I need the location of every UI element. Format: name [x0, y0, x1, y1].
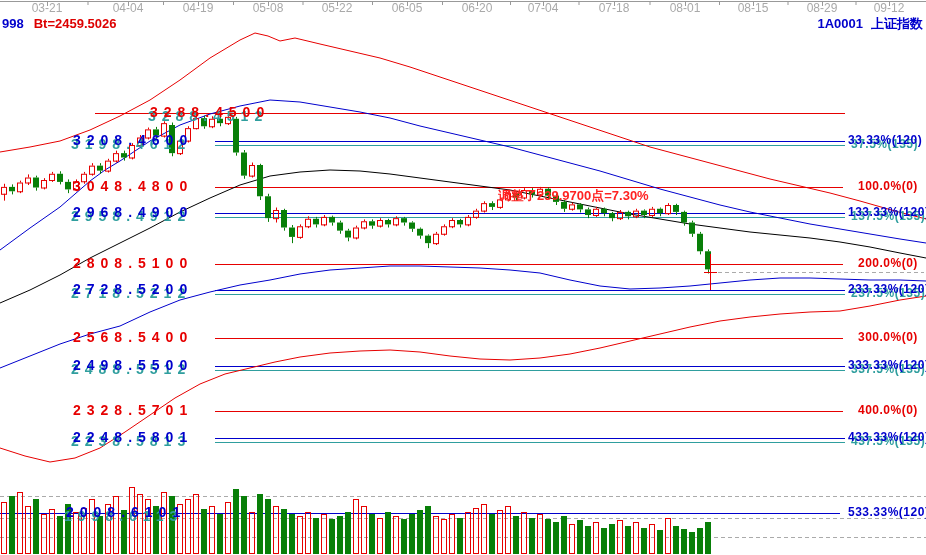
- percent-level-label: 433.33%(120): [848, 431, 926, 443]
- percent-level-label: 100.0%(0): [858, 180, 918, 192]
- date-label: 08-01: [670, 2, 701, 14]
- price-level-label: 2568.5400: [73, 330, 193, 344]
- date-label: 04-04: [113, 2, 144, 14]
- symbol-code: 1A0001: [817, 16, 863, 31]
- date-label: 06-20: [462, 2, 493, 14]
- date-label: 07-18: [599, 2, 630, 14]
- price-level-label: 2808.5100: [73, 256, 193, 270]
- price-level-label: 3288.4500: [150, 105, 270, 119]
- indicator-value: Bt=2459.5026: [34, 16, 117, 31]
- price-level-label: 2248.5801: [73, 430, 193, 444]
- percent-level-label: 200.0%(0): [858, 257, 918, 269]
- price-level-label: 3208.4600: [73, 133, 193, 147]
- percent-level-label: 533.33%(120): [848, 506, 926, 518]
- price-level-label: 2728.5200: [73, 282, 193, 296]
- price-level-label: 3048.4800: [73, 179, 193, 193]
- price-level-label: 2498.5500: [73, 358, 193, 372]
- date-label: 03-21: [32, 2, 63, 14]
- date-label: 05-22: [322, 2, 353, 14]
- symbol-name: 上证指数: [871, 16, 923, 31]
- percent-level-label: 300.0%(0): [858, 331, 918, 343]
- indicator-readout: 998Bt=2459.5026: [2, 16, 116, 31]
- percent-level-label: 233.33%(120): [848, 283, 926, 295]
- date-label: 06-05: [392, 2, 423, 14]
- date-label: 05-08: [253, 2, 284, 14]
- percent-level-label: 133.33%(120): [848, 206, 926, 218]
- stock-chart-app: 998Bt=2459.5026 1A0001上证指数 调整了239.9700点=…: [0, 0, 926, 555]
- date-label: 08-29: [807, 2, 838, 14]
- percent-level-label: 400.0%(0): [858, 404, 918, 416]
- date-label: 09-12: [874, 2, 905, 14]
- candlestick-chart-canvas[interactable]: [0, 0, 926, 555]
- date-label: 04-19: [183, 2, 214, 14]
- symbol-title: 1A0001上证指数: [817, 15, 923, 33]
- indicator-code: 998: [2, 16, 24, 31]
- percent-level-label: 333.33%(120): [848, 359, 926, 371]
- price-level-label: 2328.5701: [73, 403, 193, 417]
- price-level-label: 2968.4900: [73, 205, 193, 219]
- drawdown-annotation: 调整了239.9700点=7.30%: [498, 187, 649, 205]
- price-level-label: 2008.6101: [66, 505, 186, 519]
- date-label: 07-04: [528, 2, 559, 14]
- date-label: 08-15: [738, 2, 769, 14]
- percent-level-label: 33.33%(120): [848, 134, 922, 146]
